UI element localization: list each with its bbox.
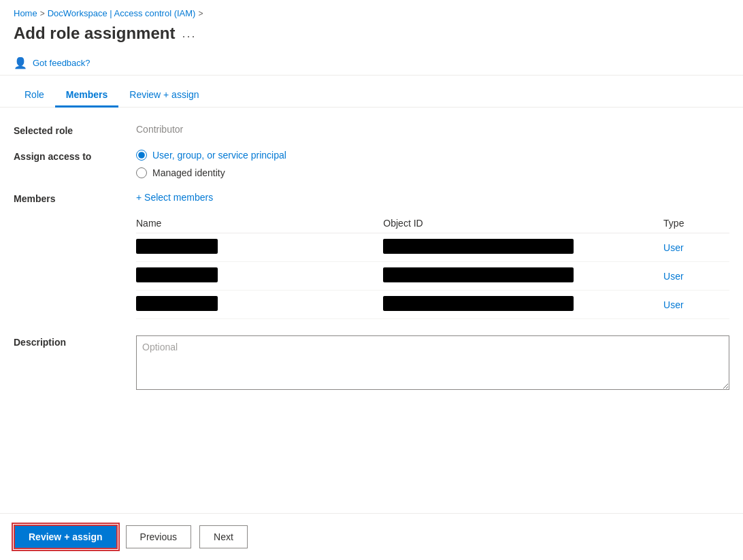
col-header-name: Name <box>136 214 383 233</box>
feedback-link[interactable]: Got feedback? <box>33 58 90 68</box>
next-button[interactable]: Next <box>199 525 248 548</box>
table-row: User <box>136 262 729 291</box>
col-header-type: Type <box>663 214 729 233</box>
selected-role-value: Contributor <box>136 124 729 135</box>
member-id-2 <box>383 262 663 291</box>
page-title: Add role assignment <box>14 24 175 43</box>
radio-group: User, group, or service principal Manage… <box>136 150 729 178</box>
tab-role[interactable]: Role <box>14 84 55 108</box>
tabs-container: Role Members Review + assign <box>0 76 743 108</box>
breadcrumb-home[interactable]: Home <box>14 8 37 18</box>
contributor-value: Contributor <box>136 124 183 135</box>
redacted-name-block-1 <box>136 239 218 254</box>
review-assign-button[interactable]: Review + assign <box>14 525 118 549</box>
members-row: Members + Select members Name Object ID … <box>14 192 729 319</box>
radio-managed-label: Managed identity <box>152 167 225 178</box>
assign-access-label: Assign access to <box>14 150 136 162</box>
member-type-2: User <box>663 262 729 291</box>
redacted-name-block-3 <box>136 296 218 311</box>
select-members-link[interactable]: + Select members <box>136 192 729 203</box>
col-header-id: Object ID <box>383 214 663 233</box>
member-type-1: User <box>663 233 729 262</box>
breadcrumb-sep2: > <box>198 9 203 18</box>
description-value <box>136 335 729 392</box>
breadcrumb-workspace[interactable]: DocWorkspace | Access control (IAM) <box>48 8 196 18</box>
previous-button[interactable]: Previous <box>126 525 191 548</box>
radio-managed-input[interactable] <box>136 167 147 178</box>
tab-members[interactable]: Members <box>55 84 118 108</box>
member-type-3: User <box>663 291 729 319</box>
redacted-name-block-2 <box>136 267 218 282</box>
page-title-ellipsis: ... <box>182 27 196 41</box>
assign-access-value: User, group, or service principal Manage… <box>136 150 729 178</box>
radio-user-label: User, group, or service principal <box>152 150 286 161</box>
radio-option-managed[interactable]: Managed identity <box>136 167 729 178</box>
selected-role-label: Selected role <box>14 124 136 136</box>
page-container: Home > DocWorkspace | Access control (IA… <box>0 0 743 560</box>
feedback-icon: 👤 <box>14 56 27 69</box>
main-content: Selected role Contributor Assign access … <box>0 108 743 513</box>
member-id-1 <box>383 233 663 262</box>
redacted-id-block-3 <box>383 296 574 311</box>
radio-option-user[interactable]: User, group, or service principal <box>136 150 729 161</box>
tab-review[interactable]: Review + assign <box>118 84 210 108</box>
page-header: Add role assignment ... <box>0 21 743 51</box>
feedback-bar: 👤 Got feedback? <box>0 51 743 76</box>
breadcrumb: Home > DocWorkspace | Access control (IA… <box>0 0 743 21</box>
table-row: User <box>136 291 729 319</box>
members-value: + Select members Name Object ID Type <box>136 192 729 319</box>
member-name-3 <box>136 291 383 319</box>
description-row: Description <box>14 335 729 392</box>
description-label: Description <box>14 335 136 348</box>
assign-access-row: Assign access to User, group, or service… <box>14 150 729 178</box>
members-table: Name Object ID Type User <box>136 214 729 319</box>
member-name-2 <box>136 262 383 291</box>
selected-role-row: Selected role Contributor <box>14 124 729 136</box>
description-textarea[interactable] <box>136 335 729 390</box>
redacted-id-block-2 <box>383 267 574 282</box>
members-label: Members <box>14 192 136 204</box>
redacted-id-block-1 <box>383 239 574 254</box>
radio-user-input[interactable] <box>136 150 147 161</box>
member-id-3 <box>383 291 663 319</box>
table-row: User <box>136 233 729 262</box>
footer: Review + assign Previous Next <box>0 513 743 560</box>
breadcrumb-sep1: > <box>40 9 45 18</box>
member-name-1 <box>136 233 383 262</box>
